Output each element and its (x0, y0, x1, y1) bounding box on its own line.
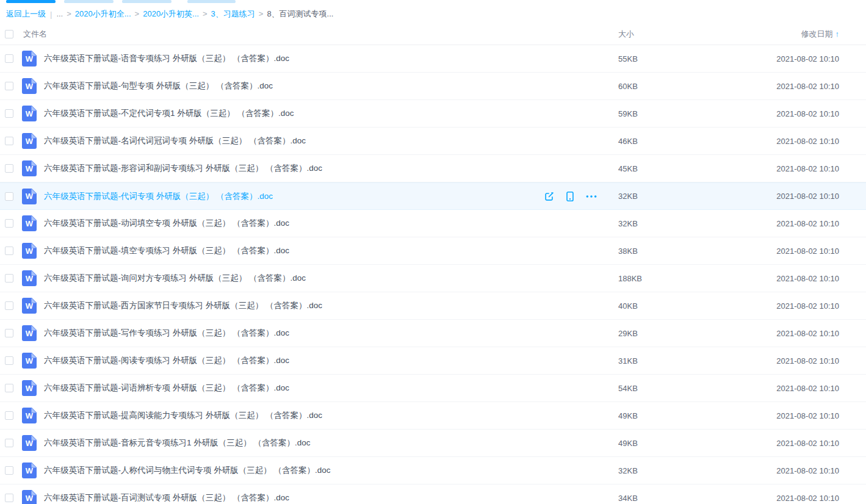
file-size: 49KB (616, 411, 683, 420)
file-date: 2021-08-02 10:10 (683, 356, 866, 365)
file-name-link[interactable]: 六年级英语下册试题-语音专项练习 外研版（三起） （含答案）.doc (44, 53, 289, 64)
file-name-cell: 六年级英语下册试题-不定代词专项1 外研版（三起） （含答案）.doc (44, 108, 616, 119)
table-row[interactable]: W 六年级英语下册试题-句型专项 外研版（三起） （含答案）.doc 60KB … (0, 73, 866, 100)
table-row[interactable]: W 六年级英语下册试题-人称代词与物主代词专项 外研版（三起） （含答案）.do… (0, 457, 866, 484)
file-name-link[interactable]: 六年级英语下册试题-句型专项 外研版（三起） （含答案）.doc (44, 81, 273, 92)
table-row[interactable]: W 六年级英语下册试题-填空专项练习 外研版（三起） （含答案）.doc 38K… (0, 237, 866, 265)
file-name-link[interactable]: 六年级英语下册试题-阅读专项练习 外研版（三起） （含答案）.doc (44, 355, 289, 366)
file-name-cell: 六年级英语下册试题-百词测试专项 外研版（三起） （含答案）.doc (44, 492, 616, 503)
file-name-link[interactable]: 六年级英语下册试题-动词填空专项 外研版（三起） （含答案）.doc (44, 218, 289, 229)
table-row[interactable]: W 六年级英语下册试题-西方国家节日专项练习 外研版（三起） （含答案）.doc… (0, 292, 866, 320)
column-header-date[interactable]: 修改日期↑ (683, 29, 866, 40)
word-doc-icon: W (22, 215, 37, 231)
file-name-link[interactable]: 六年级英语下册试题-西方国家节日专项练习 外研版（三起） （含答案）.doc (44, 300, 322, 311)
tab-indicator[interactable] (122, 0, 171, 3)
file-date: 2021-08-02 10:10 (683, 109, 866, 118)
file-name-link[interactable]: 六年级英语下册试题-填空专项练习 外研版（三起） （含答案）.doc (44, 245, 289, 256)
row-checkbox[interactable] (5, 219, 13, 228)
table-row[interactable]: W 六年级英语下册试题-询问对方专项练习 外研版（三起） （含答案）.doc 1… (0, 265, 866, 292)
row-checkbox[interactable] (5, 411, 13, 420)
word-doc-icon-letter: W (26, 247, 33, 255)
file-name-link[interactable]: 六年级英语下册试题-不定代词专项1 外研版（三起） （含答案）.doc (44, 108, 294, 119)
file-name-cell: 六年级英语下册试题-西方国家节日专项练习 外研版（三起） （含答案）.doc (44, 300, 616, 311)
breadcrumb-link[interactable]: 2020小升初全... (75, 9, 131, 18)
row-checkbox[interactable] (5, 109, 13, 118)
word-doc-icon: W (22, 490, 37, 504)
file-date: 2021-08-02 10:10 (683, 54, 866, 63)
row-checkbox[interactable] (5, 384, 13, 392)
table-row[interactable]: W 六年级英语下册试题-语音专项练习 外研版（三起） （含答案）.doc 55K… (0, 45, 866, 73)
top-tabs-strip (0, 0, 866, 4)
file-name-link[interactable]: 六年级英语下册试题-提高阅读能力专项练习 外研版（三起） （含答案）.doc (44, 410, 322, 421)
row-checkbox[interactable] (5, 137, 13, 145)
file-name-link[interactable]: 六年级英语下册试题-询问对方专项练习 外研版（三起） （含答案）.doc (44, 273, 306, 284)
row-checkbox[interactable] (5, 164, 13, 173)
table-row[interactable]: W 六年级英语下册试题-音标元音专项练习1 外研版（三起） （含答案）.doc … (0, 430, 866, 457)
table-row[interactable]: W 六年级英语下册试题-提高阅读能力专项练习 外研版（三起） （含答案）.doc… (0, 402, 866, 430)
row-checkbox[interactable] (5, 82, 13, 90)
row-checkbox[interactable] (5, 54, 13, 63)
word-doc-icon: W (22, 133, 37, 149)
breadcrumb-separator: > (203, 9, 207, 18)
file-date: 2021-08-02 10:10 (683, 411, 866, 420)
column-header-filename: 文件名 (23, 29, 616, 40)
file-name-cell: 六年级英语下册试题-动词填空专项 外研版（三起） （含答案）.doc (44, 218, 616, 229)
row-checkbox[interactable] (5, 192, 13, 201)
table-row[interactable]: W 六年级英语下册试题-代词专项 外研版（三起） （含答案）.doc 32KB … (0, 182, 866, 210)
file-date: 2021-08-02 10:10 (683, 219, 866, 228)
breadcrumb-link[interactable]: 2020小升初英... (143, 9, 199, 18)
file-name-link[interactable]: 六年级英语下册试题-人称代词与物主代词专项 外研版（三起） （含答案）.doc (44, 465, 331, 476)
file-date: 2021-08-02 10:10 (683, 301, 866, 311)
breadcrumb-separator: > (67, 9, 71, 18)
file-name-cell: 六年级英语下册试题-代词专项 外研版（三起） （含答案）.doc (44, 191, 616, 202)
sort-ascending-icon[interactable]: ↑ (835, 29, 840, 38)
tab-indicator-active[interactable] (6, 0, 56, 3)
row-actions (544, 191, 597, 202)
file-date: 2021-08-02 10:10 (683, 247, 866, 256)
breadcrumb-back-link[interactable]: 返回上一级 (6, 9, 46, 20)
row-checkbox[interactable] (5, 356, 13, 365)
word-doc-icon: W (22, 106, 37, 121)
table-row[interactable]: W 六年级英语下册试题-词语辨析专项 外研版（三起） （含答案）.doc 54K… (0, 375, 866, 402)
word-doc-icon-letter: W (26, 439, 33, 447)
tab-indicator[interactable] (64, 0, 114, 3)
table-row[interactable]: W 六年级英语下册试题-写作专项练习 外研版（三起） （含答案）.doc 29K… (0, 320, 866, 347)
word-doc-icon-letter: W (26, 302, 33, 310)
table-row[interactable]: W 六年级英语下册试题-动词填空专项 外研版（三起） （含答案）.doc 32K… (0, 210, 866, 237)
word-doc-icon: W (22, 325, 37, 341)
table-row[interactable]: W 六年级英语下册试题-形容词和副词专项练习 外研版（三起） （含答案）.doc… (0, 155, 866, 182)
tab-indicator[interactable] (187, 0, 236, 3)
file-name-link[interactable]: 六年级英语下册试题-词语辨析专项 外研版（三起） （含答案）.doc (44, 383, 289, 394)
file-name-link[interactable]: 六年级英语下册试题-形容词和副词专项练习 外研版（三起） （含答案）.doc (44, 163, 322, 174)
file-name-cell: 六年级英语下册试题-阅读专项练习 外研版（三起） （含答案）.doc (44, 355, 616, 366)
more-icon[interactable] (585, 191, 597, 202)
table-row[interactable]: W 六年级英语下册试题-百词测试专项 外研版（三起） （含答案）.doc 34K… (0, 484, 866, 504)
file-date: 2021-08-02 10:10 (683, 82, 866, 91)
file-name-link[interactable]: 六年级英语下册试题-名词代词冠词专项 外研版（三起） （含答案）.doc (44, 135, 306, 146)
table-row[interactable]: W 六年级英语下册试题-名词代词冠词专项 外研版（三起） （含答案）.doc 4… (0, 128, 866, 155)
table-row[interactable]: W 六年级英语下册试题-阅读专项练习 外研版（三起） （含答案）.doc 31K… (0, 347, 866, 375)
file-name-link[interactable]: 六年级英语下册试题-写作专项练习 外研版（三起） （含答案）.doc (44, 328, 289, 339)
file-name-link[interactable]: 六年级英语下册试题-代词专项 外研版（三起） （含答案）.doc (44, 191, 273, 202)
file-name-cell: 六年级英语下册试题-人称代词与物主代词专项 外研版（三起） （含答案）.doc (44, 465, 616, 476)
file-name-link[interactable]: 六年级英语下册试题-音标元音专项练习1 外研版（三起） （含答案）.doc (44, 437, 311, 448)
send-to-phone-icon[interactable] (565, 191, 575, 202)
row-checkbox[interactable] (5, 247, 13, 255)
rename-icon[interactable] (544, 191, 555, 202)
breadcrumb-pipe: | (50, 10, 52, 19)
file-size: 32KB (616, 192, 683, 201)
row-checkbox[interactable] (5, 494, 13, 502)
word-doc-icon-letter: W (26, 137, 33, 145)
file-size: 29KB (616, 329, 683, 338)
row-checkbox[interactable] (5, 301, 13, 310)
breadcrumb-link[interactable]: 3、习题练习 (211, 9, 255, 18)
file-name-link[interactable]: 六年级英语下册试题-百词测试专项 外研版（三起） （含答案）.doc (44, 492, 289, 503)
word-doc-icon: W (22, 298, 37, 314)
table-row[interactable]: W 六年级英语下册试题-不定代词专项1 外研版（三起） （含答案）.doc 59… (0, 100, 866, 128)
row-checkbox[interactable] (5, 274, 13, 283)
row-checkbox[interactable] (5, 439, 13, 447)
row-checkbox[interactable] (5, 329, 13, 337)
row-checkbox[interactable] (5, 466, 13, 475)
file-date: 2021-08-02 10:10 (683, 274, 866, 283)
select-all-checkbox[interactable] (5, 30, 13, 38)
